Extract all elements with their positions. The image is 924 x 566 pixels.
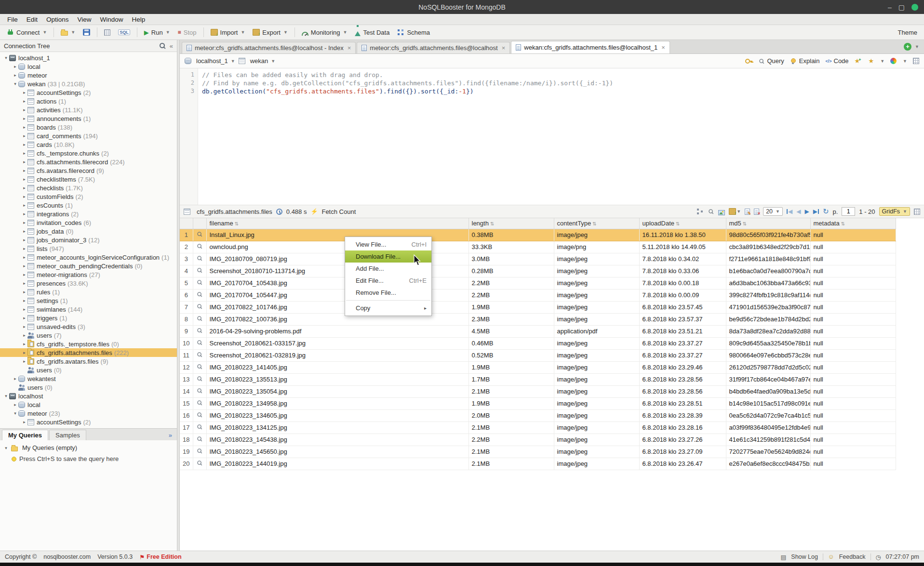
table-row[interactable]: 11Screenshot_20180621-032819.jpg0.52MBim… — [180, 349, 896, 361]
tree-toggle-icon[interactable]: ▸ — [21, 342, 27, 346]
connect-button[interactable]: Connect▼ — [4, 27, 50, 38]
tree-item-presences[interactable]: ▸presences(33.6K) — [0, 279, 177, 288]
save-button[interactable] — [80, 27, 93, 37]
preview-icon[interactable] — [197, 388, 202, 393]
page-input[interactable] — [842, 207, 855, 216]
tree-toggle-icon[interactable]: ▸ — [21, 246, 27, 251]
visualize-icon[interactable] — [696, 208, 704, 215]
tree-toggle-icon[interactable]: ▸ — [21, 116, 27, 121]
last-page-button[interactable]: ▶ — [813, 208, 819, 215]
tree-toggle-icon[interactable]: ▸ — [21, 133, 27, 138]
view-mode-select[interactable]: GridFs▼ — [879, 207, 910, 216]
context-menu-item[interactable]: View File...Ctrl+I — [345, 238, 431, 250]
context-menu-item[interactable]: Edit File...Ctrl+E — [345, 275, 431, 287]
tree-toggle-icon[interactable]: ▸ — [21, 272, 27, 277]
search-icon[interactable] — [159, 42, 166, 49]
table-row[interactable]: 3IMG_20180709_080719.jpg3.0MBimage/jpeg7… — [180, 253, 896, 265]
favorite-icon[interactable]: ★ — [869, 57, 874, 65]
menu-help[interactable]: Help — [128, 15, 150, 24]
tree-toggle-icon[interactable]: ▸ — [21, 220, 27, 225]
tree-item-cfs.avatars.filerecord[interactable]: ▸cfs.avatars.filerecord(9) — [0, 166, 177, 175]
code-area[interactable]: // Files can be added easily with drag a… — [198, 68, 613, 205]
open-file-button[interactable]: ▼ — [58, 28, 78, 36]
tree-toggle-icon[interactable]: ▾ — [3, 55, 9, 60]
sort-icon[interactable]: ⇅ — [841, 221, 845, 226]
sort-icon[interactable]: ⇅ — [676, 221, 680, 226]
tree-item-cfs_gridfs.avatars.files[interactable]: ▸cfs_gridfs.avatars.files(9) — [0, 357, 177, 366]
preview-icon[interactable] — [197, 412, 202, 417]
tab-list-chevron-icon[interactable]: ▼ — [915, 44, 919, 49]
tree-toggle-icon[interactable]: ▸ — [12, 402, 18, 407]
preview-icon[interactable] — [197, 400, 202, 405]
tree-toggle-icon[interactable]: ▸ — [21, 203, 27, 208]
tree-item-invitation_codes[interactable]: ▸invitation_codes(6) — [0, 218, 177, 227]
tree-item-localhost_1[interactable]: ▾localhost_1 — [0, 53, 177, 62]
collection-selector[interactable]: wekan ▼ — [239, 57, 276, 65]
sort-icon[interactable]: ⇅ — [592, 221, 596, 226]
menu-file[interactable]: File — [3, 15, 22, 24]
tree-item-activities[interactable]: ▸activities(11.1K) — [0, 105, 177, 114]
table-row[interactable]: 18IMG_20180223_145438.jpg2.2MBimage/jpeg… — [180, 434, 896, 446]
tree-toggle-icon[interactable]: ▸ — [21, 168, 27, 173]
preview-icon[interactable] — [197, 460, 202, 465]
tree-toggle-icon[interactable]: ▸ — [12, 73, 18, 78]
editor-tab[interactable]: meteor:cfs_gridfs.attachments.files@loca… — [182, 42, 356, 53]
tree-item-users[interactable]: users(0) — [0, 383, 177, 392]
tree-item-meteor_accounts_loginServiceConfiguration[interactable]: ▸meteor_accounts_loginServiceConfigurati… — [0, 253, 177, 262]
tab-close-icon[interactable]: × — [502, 44, 506, 52]
table-row[interactable]: 2owncloud.png33.3KBimage/png5.11.2018 kl… — [180, 241, 896, 253]
next-page-button[interactable]: ▶ — [804, 208, 809, 215]
lightning-icon[interactable]: ⚡ — [310, 208, 318, 215]
tree-toggle-icon[interactable]: ▸ — [21, 281, 27, 286]
table-row[interactable]: 19IMG_20180223_145650.jpg2.1MBimage/jpeg… — [180, 446, 896, 458]
preview-icon[interactable] — [197, 328, 202, 333]
tree-item-unsaved-edits[interactable]: ▸unsaved-edits(3) — [0, 322, 177, 331]
tree-toggle-icon[interactable]: ▸ — [21, 159, 27, 164]
preview-icon[interactable] — [197, 352, 202, 357]
table-row[interactable]: 17IMG_20180223_134125.jpg2.1MBimage/jpeg… — [180, 421, 896, 434]
menu-window[interactable]: Window — [96, 15, 128, 24]
tree-item-customFields[interactable]: ▸customFields(2) — [0, 192, 177, 201]
tree-item-wekantest[interactable]: ▸wekantest — [0, 374, 177, 383]
tree-toggle-icon[interactable]: ▸ — [21, 237, 27, 242]
sort-icon[interactable]: ⇅ — [235, 221, 239, 226]
preview-icon[interactable] — [197, 267, 202, 273]
tree-toggle-icon[interactable]: ▸ — [21, 125, 27, 130]
preview-icon[interactable] — [197, 291, 202, 297]
preview-icon[interactable] — [197, 231, 202, 237]
tree-toggle-icon[interactable]: ▾ — [3, 394, 9, 398]
tree-toggle-icon[interactable]: ▸ — [21, 359, 27, 364]
find-in-results-icon[interactable] — [709, 209, 714, 214]
tree-item-jobs_dominator_3[interactable]: ▸jobs_dominator_3(12) — [0, 236, 177, 244]
tree-toggle-icon[interactable]: ▸ — [21, 211, 27, 216]
tree-toggle-icon[interactable]: ▸ — [21, 350, 27, 355]
import-button[interactable]: Import▼ — [208, 27, 248, 38]
menu-options[interactable]: Options — [42, 15, 73, 24]
grid-settings-icon[interactable] — [914, 209, 920, 215]
tree-item-jobs_data[interactable]: ▸jobs_data(0) — [0, 227, 177, 236]
tree-toggle-icon[interactable]: ▾ — [12, 81, 18, 86]
tree-toggle-icon[interactable]: ▾ — [12, 411, 18, 416]
tree-toggle-icon[interactable]: ▸ — [21, 298, 27, 303]
tree-toggle-icon[interactable]: ▸ — [12, 64, 18, 69]
tree-toggle-icon[interactable]: ▸ — [21, 290, 27, 294]
tree-item-actions[interactable]: ▸actions(1) — [0, 97, 177, 105]
tree-item-cfs.attachments.filerecord[interactable]: ▸cfs.attachments.filerecord(224) — [0, 158, 177, 166]
image-preview-icon[interactable] — [718, 210, 725, 215]
edit-document-icon[interactable]: ✎ — [745, 209, 750, 215]
table-row[interactable]: 15IMG_20180223_134958.jpg1.9MBimage/jpeg… — [180, 397, 896, 409]
minimize-button[interactable]: – — [888, 4, 892, 11]
tree-item-meteor[interactable]: ▾meteor(23) — [0, 409, 177, 418]
tree-item-local[interactable]: ▸local — [0, 400, 177, 409]
preview-icon[interactable] — [197, 436, 202, 441]
preview-icon[interactable] — [197, 448, 202, 453]
tree-item-checklists[interactable]: ▸checklists(1.7K) — [0, 184, 177, 192]
tree-item-cards[interactable]: ▸cards(10.8K) — [0, 140, 177, 149]
table-row[interactable]: 8IMG_20170822_100736.jpg2.3MBimage/jpeg6… — [180, 313, 896, 325]
tree-toggle-icon[interactable]: ▸ — [21, 333, 27, 338]
tree-toggle-icon[interactable]: ▸ — [21, 151, 27, 156]
column-header-uploadDate[interactable]: uploadDate⇅ — [639, 218, 726, 229]
preview-icon[interactable] — [197, 279, 202, 285]
tree-toggle-icon[interactable]: ▸ — [21, 177, 27, 182]
tree-item-cfs_gridfs.attachments.files[interactable]: ▸cfs_gridfs.attachments.files(222) — [0, 348, 177, 357]
